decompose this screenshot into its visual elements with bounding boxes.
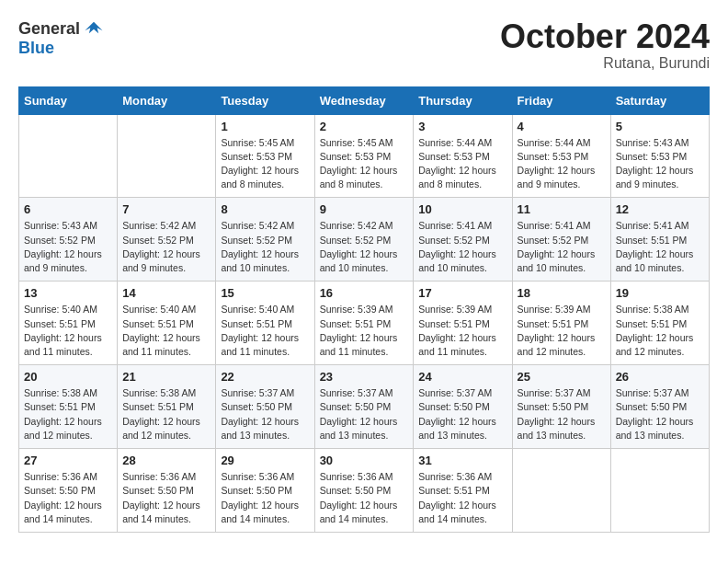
day-number: 14 <box>122 286 210 300</box>
location-subtitle: Rutana, Burundi <box>500 55 710 72</box>
day-info: Sunrise: 5:42 AMSunset: 5:52 PMDaylight:… <box>221 219 309 275</box>
calendar-cell: 12Sunrise: 5:41 AMSunset: 5:51 PMDayligh… <box>610 198 709 282</box>
calendar-header-row: SundayMondayTuesdayWednesdayThursdayFrid… <box>19 86 710 114</box>
calendar-cell: 28Sunrise: 5:36 AMSunset: 5:50 PMDayligh… <box>118 449 216 533</box>
calendar-cell: 15Sunrise: 5:40 AMSunset: 5:51 PMDayligh… <box>216 282 314 365</box>
day-info: Sunrise: 5:36 AMSunset: 5:50 PMDaylight:… <box>24 470 112 526</box>
calendar-cell: 6Sunrise: 5:43 AMSunset: 5:52 PMDaylight… <box>19 198 118 282</box>
day-number: 17 <box>418 286 506 300</box>
day-number: 7 <box>122 202 210 216</box>
day-info: Sunrise: 5:36 AMSunset: 5:50 PMDaylight:… <box>221 470 309 526</box>
calendar-cell <box>19 114 118 198</box>
day-number: 21 <box>122 370 210 384</box>
day-number: 18 <box>518 286 606 300</box>
calendar-cell: 2Sunrise: 5:45 AMSunset: 5:53 PMDaylight… <box>314 114 414 198</box>
calendar-cell: 23Sunrise: 5:37 AMSunset: 5:50 PMDayligh… <box>314 365 414 449</box>
page-header: General Blue October 2024 Rutana, Burund… <box>18 18 710 72</box>
calendar-cell: 18Sunrise: 5:39 AMSunset: 5:51 PMDayligh… <box>512 282 610 365</box>
calendar-cell: 8Sunrise: 5:42 AMSunset: 5:52 PMDaylight… <box>216 198 314 282</box>
calendar-cell: 10Sunrise: 5:41 AMSunset: 5:52 PMDayligh… <box>414 198 512 282</box>
day-number: 1 <box>221 120 309 133</box>
day-info: Sunrise: 5:39 AMSunset: 5:51 PMDaylight:… <box>518 303 606 359</box>
calendar-cell: 30Sunrise: 5:36 AMSunset: 5:50 PMDayligh… <box>314 449 414 533</box>
calendar-cell: 9Sunrise: 5:42 AMSunset: 5:52 PMDaylight… <box>314 198 414 282</box>
calendar-cell: 21Sunrise: 5:38 AMSunset: 5:51 PMDayligh… <box>118 365 216 449</box>
day-number: 3 <box>418 120 506 133</box>
calendar-week-row: 27Sunrise: 5:36 AMSunset: 5:50 PMDayligh… <box>19 449 710 533</box>
calendar-cell: 22Sunrise: 5:37 AMSunset: 5:50 PMDayligh… <box>216 365 314 449</box>
day-info: Sunrise: 5:38 AMSunset: 5:51 PMDaylight:… <box>24 386 112 442</box>
day-number: 6 <box>24 202 112 216</box>
day-number: 23 <box>320 370 409 384</box>
month-title: October 2024 <box>500 18 710 55</box>
weekday-header: Friday <box>512 86 610 114</box>
day-number: 10 <box>418 202 506 216</box>
day-number: 16 <box>320 286 409 300</box>
day-number: 8 <box>221 202 309 216</box>
logo-blue-text: Blue <box>18 39 54 58</box>
day-info: Sunrise: 5:37 AMSunset: 5:50 PMDaylight:… <box>418 386 506 442</box>
calendar-cell: 27Sunrise: 5:36 AMSunset: 5:50 PMDayligh… <box>19 449 118 533</box>
calendar-cell: 13Sunrise: 5:40 AMSunset: 5:51 PMDayligh… <box>19 282 118 365</box>
day-info: Sunrise: 5:45 AMSunset: 5:53 PMDaylight:… <box>320 136 409 192</box>
day-number: 19 <box>616 286 704 300</box>
day-number: 15 <box>221 286 309 300</box>
day-info: Sunrise: 5:45 AMSunset: 5:53 PMDaylight:… <box>221 136 309 192</box>
logo-general-text: General <box>18 19 80 39</box>
day-info: Sunrise: 5:37 AMSunset: 5:50 PMDaylight:… <box>518 386 606 442</box>
day-info: Sunrise: 5:42 AMSunset: 5:52 PMDaylight:… <box>320 219 409 275</box>
calendar-week-row: 20Sunrise: 5:38 AMSunset: 5:51 PMDayligh… <box>19 365 710 449</box>
calendar-cell: 29Sunrise: 5:36 AMSunset: 5:50 PMDayligh… <box>216 449 314 533</box>
day-info: Sunrise: 5:38 AMSunset: 5:51 PMDaylight:… <box>122 386 210 442</box>
day-number: 22 <box>221 370 309 384</box>
day-info: Sunrise: 5:36 AMSunset: 5:51 PMDaylight:… <box>418 470 506 526</box>
calendar-cell: 7Sunrise: 5:42 AMSunset: 5:52 PMDaylight… <box>118 198 216 282</box>
day-info: Sunrise: 5:40 AMSunset: 5:51 PMDaylight:… <box>221 303 309 359</box>
calendar-week-row: 1Sunrise: 5:45 AMSunset: 5:53 PMDaylight… <box>19 114 710 198</box>
calendar-cell <box>610 449 709 533</box>
calendar-table: SundayMondayTuesdayWednesdayThursdayFrid… <box>18 86 710 533</box>
day-info: Sunrise: 5:43 AMSunset: 5:53 PMDaylight:… <box>616 136 704 192</box>
calendar-cell: 24Sunrise: 5:37 AMSunset: 5:50 PMDayligh… <box>414 365 512 449</box>
day-info: Sunrise: 5:38 AMSunset: 5:51 PMDaylight:… <box>616 303 704 359</box>
calendar-cell: 5Sunrise: 5:43 AMSunset: 5:53 PMDaylight… <box>610 114 709 198</box>
calendar-cell: 14Sunrise: 5:40 AMSunset: 5:51 PMDayligh… <box>118 282 216 365</box>
calendar-week-row: 6Sunrise: 5:43 AMSunset: 5:52 PMDaylight… <box>19 198 710 282</box>
calendar-cell <box>118 114 216 198</box>
day-info: Sunrise: 5:39 AMSunset: 5:51 PMDaylight:… <box>418 303 506 359</box>
day-info: Sunrise: 5:39 AMSunset: 5:51 PMDaylight:… <box>320 303 409 359</box>
day-number: 28 <box>122 454 210 467</box>
weekday-header: Saturday <box>610 86 709 114</box>
day-number: 27 <box>24 454 112 467</box>
day-number: 12 <box>616 202 704 216</box>
day-info: Sunrise: 5:37 AMSunset: 5:50 PMDaylight:… <box>320 386 409 442</box>
weekday-header: Thursday <box>414 86 512 114</box>
weekday-header: Tuesday <box>216 86 314 114</box>
weekday-header: Monday <box>118 86 216 114</box>
calendar-cell: 26Sunrise: 5:37 AMSunset: 5:50 PMDayligh… <box>610 365 709 449</box>
day-info: Sunrise: 5:44 AMSunset: 5:53 PMDaylight:… <box>418 136 506 192</box>
calendar-cell <box>512 449 610 533</box>
day-info: Sunrise: 5:43 AMSunset: 5:52 PMDaylight:… <box>24 219 112 275</box>
weekday-header: Sunday <box>19 86 118 114</box>
day-info: Sunrise: 5:41 AMSunset: 5:52 PMDaylight:… <box>518 219 606 275</box>
calendar-cell: 31Sunrise: 5:36 AMSunset: 5:51 PMDayligh… <box>414 449 512 533</box>
weekday-header: Wednesday <box>314 86 414 114</box>
calendar-cell: 25Sunrise: 5:37 AMSunset: 5:50 PMDayligh… <box>512 365 610 449</box>
day-number: 2 <box>320 120 409 133</box>
day-info: Sunrise: 5:40 AMSunset: 5:51 PMDaylight:… <box>122 303 210 359</box>
day-number: 20 <box>24 370 112 384</box>
calendar-cell: 20Sunrise: 5:38 AMSunset: 5:51 PMDayligh… <box>19 365 118 449</box>
day-number: 11 <box>518 202 606 216</box>
day-number: 13 <box>24 286 112 300</box>
day-number: 31 <box>418 454 506 467</box>
day-info: Sunrise: 5:42 AMSunset: 5:52 PMDaylight:… <box>122 219 210 275</box>
calendar-cell: 16Sunrise: 5:39 AMSunset: 5:51 PMDayligh… <box>314 282 414 365</box>
day-number: 25 <box>518 370 606 384</box>
calendar-cell: 4Sunrise: 5:44 AMSunset: 5:53 PMDaylight… <box>512 114 610 198</box>
title-area: October 2024 Rutana, Burundi <box>500 18 710 72</box>
day-number: 9 <box>320 202 409 216</box>
day-info: Sunrise: 5:36 AMSunset: 5:50 PMDaylight:… <box>320 470 409 526</box>
day-number: 30 <box>320 454 409 467</box>
day-number: 29 <box>221 454 309 467</box>
